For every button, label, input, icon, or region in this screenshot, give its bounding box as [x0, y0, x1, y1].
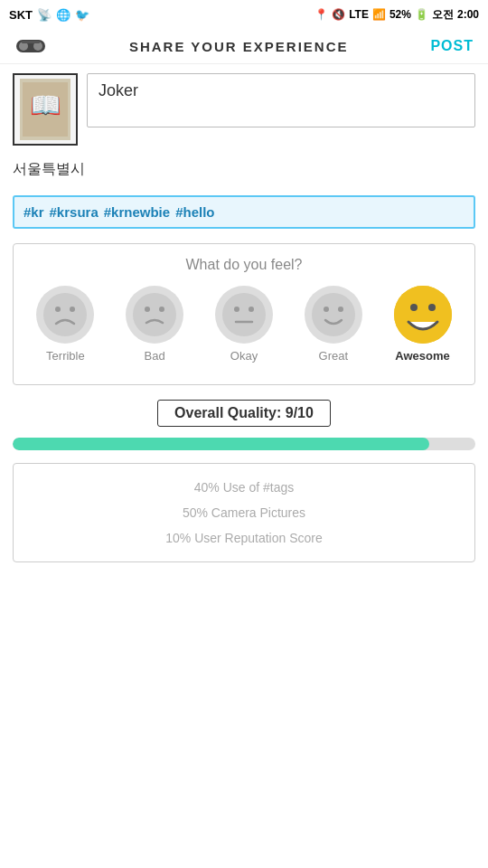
hashtag-row[interactable]: #kr #krsura #krnewbie #hello — [13, 195, 475, 229]
status-label: 오전 — [432, 7, 454, 23]
awesome-face — [394, 286, 452, 344]
title-value: Joker — [99, 81, 138, 99]
okay-face — [215, 286, 273, 344]
quality-bar-fill — [13, 438, 429, 450]
battery-icon: 🔋 — [415, 8, 428, 21]
main-content: 📖 Joker 서울특별시 #kr #krsura #krnewbie #hel… — [0, 64, 488, 571]
media-thumbnail[interactable]: 📖 — [13, 73, 78, 146]
feeling-title: What do you feel? — [21, 257, 467, 273]
hashtag-4: #hello — [175, 204, 214, 220]
svg-point-16 — [312, 293, 355, 336]
title-input-box[interactable]: Joker — [87, 73, 475, 127]
svg-text:📖: 📖 — [30, 90, 61, 120]
svg-point-6 — [43, 293, 87, 336]
hashtag-3: #krnewbie — [104, 204, 170, 220]
svg-point-18 — [338, 307, 343, 312]
okay-label: Okay — [230, 349, 258, 363]
svg-point-9 — [133, 293, 176, 336]
svg-point-12 — [222, 293, 266, 336]
terrible-label: Terrible — [46, 349, 85, 363]
top-nav: SHARE YOUR EXPERIENCE POST — [0, 29, 488, 64]
terrible-face — [36, 286, 94, 344]
telegram-icon: 📡 — [37, 8, 52, 22]
media-row: 📖 Joker — [13, 73, 475, 146]
nav-logo — [14, 36, 47, 56]
svg-point-19 — [394, 286, 452, 344]
feeling-okay[interactable]: Okay — [215, 286, 273, 363]
score-line-2: 50% Camera Pictures — [32, 500, 456, 525]
svg-point-7 — [55, 307, 61, 312]
carrier-label: SKT — [9, 8, 33, 22]
quality-label: Overall Quality: 9/10 — [157, 400, 331, 427]
emoji-row: Terrible Bad — [21, 286, 467, 363]
feeling-box: What do you feel? Terrible — [13, 243, 475, 385]
status-right: 📍 🔇 LTE 📶 52% 🔋 오전 2:00 — [314, 7, 479, 23]
feeling-great[interactable]: Great — [305, 286, 362, 363]
quality-section: Overall Quality: 9/10 40% Use of #tags 5… — [13, 400, 475, 562]
score-breakdown-box: 40% Use of #tags 50% Camera Pictures 10%… — [13, 463, 475, 562]
feeling-terrible[interactable]: Terrible — [36, 286, 94, 363]
svg-point-13 — [234, 307, 239, 312]
time-label: 2:00 — [457, 8, 479, 21]
quality-bar-bg — [13, 438, 475, 450]
hashtag-1: #kr — [23, 204, 44, 220]
twitter-icon: 🐦 — [75, 8, 89, 22]
svg-point-10 — [145, 307, 150, 312]
great-label: Great — [319, 349, 349, 363]
svg-point-14 — [249, 307, 254, 312]
hashtag-2: #krsura — [50, 204, 99, 220]
status-bar: SKT 📡 🌐 🐦 📍 🔇 LTE 📶 52% 🔋 오전 2:00 — [0, 0, 488, 29]
thumb-image: 📖 — [20, 79, 70, 140]
feeling-awesome[interactable]: Awesome — [394, 286, 452, 363]
battery-label: 52% — [389, 8, 411, 21]
location-text: 서울특별시 — [13, 156, 475, 183]
bad-label: Bad — [145, 349, 165, 363]
bad-face — [126, 286, 183, 344]
svg-point-21 — [428, 304, 436, 311]
awesome-label: Awesome — [395, 349, 449, 363]
svg-point-17 — [324, 307, 329, 312]
svg-point-20 — [410, 304, 418, 311]
signal-icon: 📶 — [372, 8, 386, 21]
location-icon: 📍 — [314, 8, 328, 21]
globe-icon: 🌐 — [56, 8, 70, 22]
great-face — [305, 286, 362, 344]
score-line-1: 40% Use of #tags — [32, 475, 456, 500]
mute-icon: 🔇 — [332, 8, 345, 21]
svg-point-8 — [70, 307, 75, 312]
svg-point-11 — [159, 307, 164, 312]
page-title: SHARE YOUR EXPERIENCE — [129, 39, 349, 54]
svg-rect-3 — [22, 41, 40, 43]
lte-label: LTE — [349, 8, 369, 21]
feeling-bad[interactable]: Bad — [126, 286, 183, 363]
status-left: SKT 📡 🌐 🐦 — [9, 8, 89, 22]
post-button[interactable]: POST — [430, 38, 474, 54]
score-line-3: 10% User Reputation Score — [32, 525, 456, 551]
